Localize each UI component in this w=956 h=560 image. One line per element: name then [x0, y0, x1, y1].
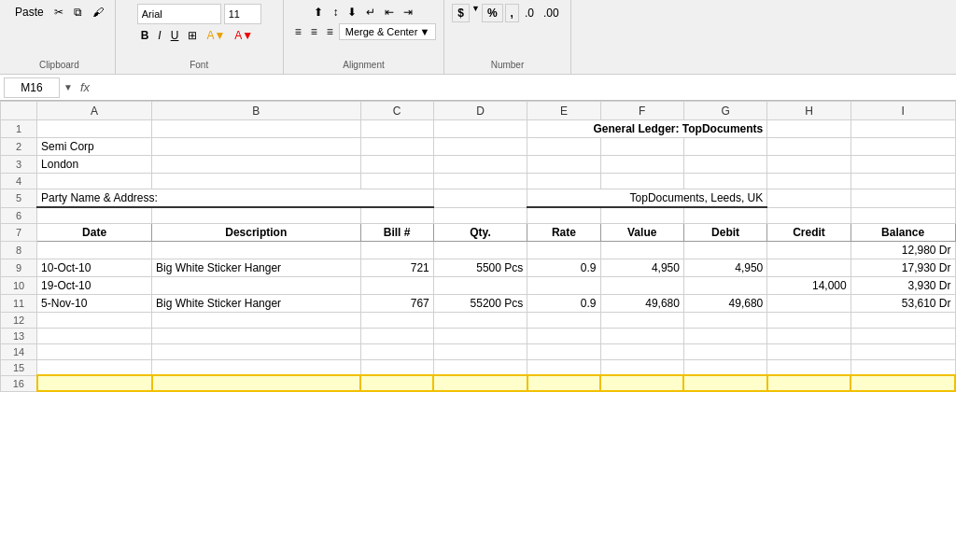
cell-7-H[interactable]: Credit: [767, 223, 851, 241]
cell-9-D[interactable]: 5500 Pcs: [433, 259, 527, 276]
cell-3-F[interactable]: [600, 156, 683, 174]
cell-9-C[interactable]: 721: [360, 259, 433, 276]
cell-7-F[interactable]: Value: [600, 223, 683, 241]
col-header-e[interactable]: E: [527, 102, 600, 120]
cell-7-I[interactable]: Balance: [851, 223, 955, 241]
cell-5-H[interactable]: [767, 189, 851, 208]
cell-2-B[interactable]: [152, 138, 360, 156]
cell-4-C[interactable]: [360, 174, 433, 189]
cell-9-A[interactable]: 10-Oct-10: [37, 259, 152, 276]
cell-12-B[interactable]: [152, 312, 360, 328]
cell-2-H[interactable]: [767, 138, 851, 156]
cell-6-H[interactable]: [767, 207, 851, 223]
cell-8-I[interactable]: 12,980 Dr: [851, 241, 955, 259]
cell-11-G[interactable]: 49,680: [683, 294, 766, 312]
cell-1-I[interactable]: [851, 120, 955, 138]
cell-10-I[interactable]: 3,930 Dr: [851, 276, 955, 294]
align-center-button[interactable]: ≡: [307, 23, 321, 40]
cell-5-A[interactable]: Party Name & Address:: [37, 189, 434, 208]
cell-7-C[interactable]: Bill #: [360, 223, 433, 241]
cell-1-D[interactable]: [433, 120, 527, 138]
increase-decimal-button[interactable]: .00: [540, 4, 563, 22]
cell-3-I[interactable]: [851, 156, 955, 174]
cell-13-B[interactable]: [152, 328, 360, 343]
cell-7-E[interactable]: Rate: [527, 223, 600, 241]
cell-13-G[interactable]: [683, 328, 766, 343]
cell-5-E[interactable]: TopDocuments, Leeds, UK: [527, 189, 767, 208]
cell-5-D[interactable]: [433, 189, 527, 208]
cell-8-G[interactable]: [683, 241, 766, 259]
indent-increase-button[interactable]: ⇥: [400, 4, 416, 21]
col-header-f[interactable]: F: [600, 102, 683, 120]
cell-ref-input[interactable]: [4, 77, 60, 98]
col-header-i[interactable]: I: [851, 102, 955, 120]
cell-4-B[interactable]: [152, 174, 360, 189]
cell-6-B[interactable]: [152, 207, 360, 223]
cell-15-I[interactable]: [851, 359, 955, 375]
cell-11-B[interactable]: Big White Sticker Hanger: [152, 294, 360, 312]
cell-11-F[interactable]: 49,680: [600, 294, 683, 312]
cell-3-A[interactable]: London: [37, 156, 152, 174]
cell-16-A[interactable]: [37, 375, 152, 391]
cell-4-I[interactable]: [851, 174, 955, 189]
cell-10-H[interactable]: 14,000: [767, 276, 851, 294]
cell-13-F[interactable]: [600, 328, 683, 343]
formula-input[interactable]: [93, 77, 952, 98]
cell-13-I[interactable]: [851, 328, 955, 343]
cell-14-E[interactable]: [527, 343, 600, 359]
cell-4-G[interactable]: [683, 174, 766, 189]
font-size-input[interactable]: [224, 4, 261, 24]
comma-button[interactable]: ,: [505, 4, 519, 22]
cell-3-B[interactable]: [152, 156, 360, 174]
cell-2-D[interactable]: [433, 138, 527, 156]
cell-15-C[interactable]: [360, 359, 433, 375]
cell-10-D[interactable]: [433, 276, 527, 294]
cell-12-G[interactable]: [683, 312, 766, 328]
fill-color-button[interactable]: A▼: [203, 27, 229, 44]
cell-8-B[interactable]: [152, 241, 360, 259]
cell-1-H[interactable]: [767, 120, 851, 138]
cell-3-E[interactable]: [527, 156, 600, 174]
percent-button[interactable]: %: [482, 4, 503, 22]
cell-10-C[interactable]: [360, 276, 433, 294]
wrap-text-button[interactable]: ↵: [362, 4, 379, 21]
cell-8-D[interactable]: [433, 241, 527, 259]
cell-16-F[interactable]: [600, 375, 683, 391]
cell-15-F[interactable]: [600, 359, 683, 375]
cell-10-E[interactable]: [527, 276, 600, 294]
cell-16-D[interactable]: [433, 375, 527, 391]
cell-14-I[interactable]: [851, 343, 955, 359]
cell-3-G[interactable]: [683, 156, 766, 174]
cell-10-B[interactable]: [152, 276, 360, 294]
cell-11-D[interactable]: 55200 Pcs: [433, 294, 527, 312]
cell-8-C[interactable]: [360, 241, 433, 259]
copy-button[interactable]: ⧉: [70, 4, 86, 21]
align-top-button[interactable]: ⬆: [310, 4, 327, 21]
cell-14-B[interactable]: [152, 343, 360, 359]
paste-button[interactable]: Paste: [11, 4, 48, 21]
col-header-c[interactable]: C: [360, 102, 433, 120]
col-header-b[interactable]: B: [152, 102, 360, 120]
cell-4-D[interactable]: [433, 174, 527, 189]
cell-5-I[interactable]: [851, 189, 955, 208]
cell-ref-dropdown-icon[interactable]: ▼: [63, 82, 73, 92]
dollar-dropdown-icon[interactable]: ▼: [471, 4, 480, 22]
font-color-button[interactable]: A▼: [231, 27, 257, 44]
cell-13-A[interactable]: [37, 328, 152, 343]
cell-12-A[interactable]: [37, 312, 152, 328]
cell-9-E[interactable]: 0.9: [527, 259, 600, 276]
cell-16-B[interactable]: [152, 375, 360, 391]
cell-14-A[interactable]: [37, 343, 152, 359]
col-header-h[interactable]: H: [767, 102, 851, 120]
cell-4-A[interactable]: [37, 174, 152, 189]
cell-11-H[interactable]: [767, 294, 851, 312]
cell-9-F[interactable]: 4,950: [600, 259, 683, 276]
cell-15-E[interactable]: [527, 359, 600, 375]
cell-7-A[interactable]: Date: [37, 223, 152, 241]
cell-2-A[interactable]: Semi Corp: [37, 138, 152, 156]
cell-12-D[interactable]: [433, 312, 527, 328]
cell-15-G[interactable]: [683, 359, 766, 375]
cell-1-A[interactable]: [37, 120, 152, 138]
cell-16-G[interactable]: [683, 375, 766, 391]
cell-2-E[interactable]: [527, 138, 600, 156]
